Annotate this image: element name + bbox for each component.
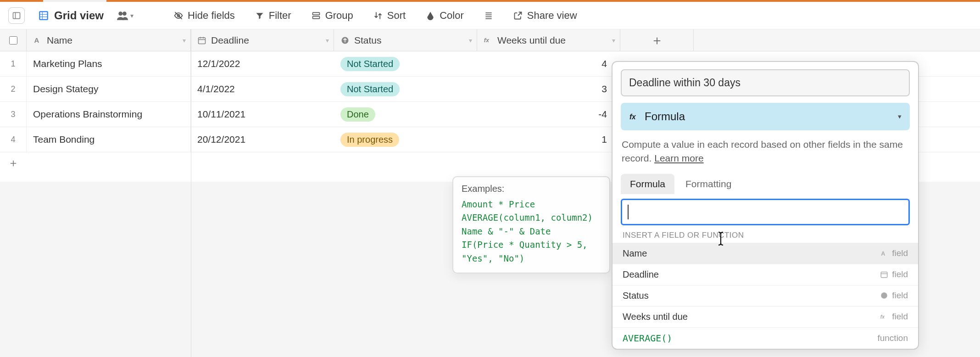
row-number: 2 — [0, 77, 27, 101]
sort-label: Sort — [387, 10, 406, 22]
cell-deadline[interactable]: 10/11/2021 — [191, 102, 334, 127]
hide-fields-label: Hide fields — [188, 10, 235, 22]
svg-text:fx: fx — [484, 37, 490, 44]
row-height-button[interactable] — [480, 8, 497, 23]
column-header-row: A Name▾ Deadline▾ Status▾ fx Weeks until… — [0, 29, 980, 51]
cell-weeks[interactable]: 1 — [477, 127, 620, 152]
svg-point-10 — [122, 11, 127, 16]
row-number: 1 — [0, 51, 27, 76]
column-header-deadline[interactable]: Deadline▾ — [191, 29, 334, 51]
cell-status[interactable]: Not Started — [334, 51, 477, 76]
color-button[interactable]: Color — [422, 7, 468, 24]
svg-rect-14 — [312, 16, 319, 18]
cell-weeks[interactable]: 4 — [477, 51, 620, 76]
sort-button[interactable]: Sort — [370, 7, 409, 24]
column-name-label: Name — [47, 35, 72, 46]
cell-deadline[interactable]: 4/1/2022 — [191, 77, 334, 101]
insert-item[interactable]: Weeks until duefxfield — [612, 306, 918, 327]
field-type-description: Compute a value in each record based on … — [622, 138, 909, 166]
svg-rect-20 — [199, 38, 206, 44]
add-row-button[interactable]: ＋ — [0, 156, 27, 170]
column-header-name[interactable]: A Name▾ — [27, 29, 191, 51]
cell-name[interactable]: Design Stategy — [27, 77, 191, 101]
field-type-label: Formula — [645, 110, 685, 123]
view-toolbar: Grid view ▾ Hide fields Filter Group Sor… — [0, 2, 980, 29]
column-status-label: Status — [354, 35, 382, 46]
collaborators-button[interactable]: ▾ — [117, 11, 134, 21]
cell-status[interactable]: Not Started — [334, 77, 477, 101]
svg-rect-5 — [40, 14, 42, 16]
insert-item[interactable]: Statusfield — [612, 285, 918, 306]
color-label: Color — [440, 10, 464, 22]
group-label: Group — [325, 10, 353, 22]
insert-item[interactable]: AVERAGE()function — [612, 327, 918, 349]
share-view-button[interactable]: Share view — [510, 7, 581, 24]
cell-name[interactable]: Marketing Plans — [27, 51, 191, 76]
svg-rect-8 — [43, 17, 47, 19]
svg-rect-7 — [40, 17, 42, 19]
hide-fields-button[interactable]: Hide fields — [170, 7, 239, 24]
chevron-down-icon: ▾ — [898, 112, 902, 121]
cell-weeks[interactable]: -4 — [477, 102, 620, 127]
svg-point-9 — [118, 11, 122, 16]
share-view-label: Share view — [527, 10, 577, 22]
insert-label: INSERT A FIELD OR FUNCTION — [612, 225, 918, 243]
filter-label: Filter — [269, 10, 291, 22]
formula-icon: fx — [629, 112, 639, 122]
formula-examples-tooltip: Examples: Amount * Price AVERAGE(column1… — [452, 176, 610, 273]
formula-tabs: Formula Formatting — [621, 174, 910, 194]
svg-rect-6 — [43, 14, 47, 16]
learn-more-link[interactable]: Learn more — [654, 153, 703, 163]
filter-button[interactable]: Filter — [251, 7, 295, 24]
toggle-sidebar-button[interactable] — [8, 7, 25, 24]
cell-status[interactable]: Done — [334, 102, 477, 127]
svg-rect-28 — [881, 272, 887, 278]
svg-point-30 — [881, 293, 887, 299]
cell-weeks[interactable]: 3 — [477, 77, 620, 101]
field-name-input[interactable] — [621, 69, 910, 96]
svg-rect-13 — [312, 12, 319, 15]
group-button[interactable]: Group — [308, 7, 357, 24]
svg-text:fx: fx — [880, 314, 885, 319]
svg-text:A: A — [881, 250, 885, 257]
insert-list: NameAfieldDeadlinefieldStatusfieldWeeks … — [612, 243, 918, 349]
column-header-status[interactable]: Status▾ — [334, 29, 477, 51]
formula-input[interactable] — [621, 199, 910, 225]
column-deadline-label: Deadline — [211, 35, 249, 46]
select-all-checkbox[interactable] — [0, 29, 27, 51]
column-header-weeks[interactable]: fx Weeks until due▾ — [477, 29, 620, 51]
svg-text:A: A — [34, 36, 39, 44]
tab-formatting[interactable]: Formatting — [676, 174, 741, 194]
svg-text:fx: fx — [629, 113, 636, 121]
field-type-select[interactable]: fx Formula ▾ — [621, 103, 910, 130]
field-config-panel: fx Formula ▾ Compute a value in each rec… — [612, 61, 919, 350]
tab-formula[interactable]: Formula — [621, 174, 674, 194]
row-number: 4 — [0, 127, 27, 152]
cell-name[interactable]: Team Bonding — [27, 127, 191, 152]
view-name[interactable]: Grid view — [38, 9, 104, 22]
svg-rect-4 — [43, 12, 47, 14]
svg-rect-0 — [13, 12, 20, 18]
cell-status[interactable]: In progress — [334, 127, 477, 152]
insert-item[interactable]: NameAfield — [612, 243, 918, 264]
column-weeks-label: Weeks until due — [497, 35, 566, 46]
text-cursor — [628, 205, 629, 219]
view-name-label: Grid view — [54, 9, 104, 22]
add-column-button[interactable]: ＋ — [620, 29, 694, 51]
examples-code: Amount * Price AVERAGE(column1, column2)… — [462, 198, 601, 265]
examples-title: Examples: — [462, 184, 601, 194]
svg-rect-3 — [40, 12, 42, 14]
cell-deadline[interactable]: 12/1/2022 — [191, 51, 334, 76]
row-number: 3 — [0, 102, 27, 127]
cell-name[interactable]: Operations Brainstorming — [27, 102, 191, 127]
cell-deadline[interactable]: 20/12/2021 — [191, 127, 334, 152]
insert-item[interactable]: Deadlinefield — [612, 264, 918, 285]
